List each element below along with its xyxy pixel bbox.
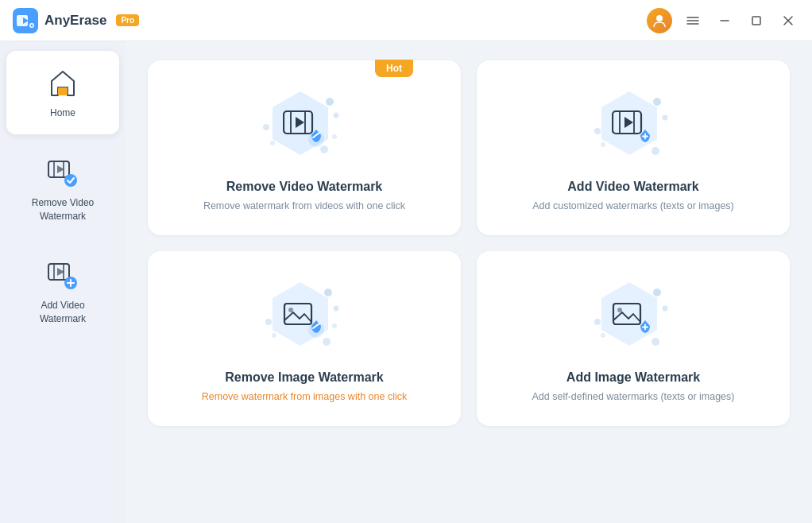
- card-icon-remove-image: [257, 278, 352, 358]
- maximize-button[interactable]: [745, 10, 768, 32]
- svg-point-28: [263, 124, 269, 130]
- hot-badge: Hot: [375, 60, 413, 77]
- content-area: Hot: [126, 41, 812, 523]
- titlebar: AnyErase Pro: [0, 0, 812, 41]
- remove-image-card-title: Remove Image Watermark: [225, 370, 384, 385]
- svg-point-62: [653, 289, 661, 296]
- svg-point-40: [663, 115, 668, 121]
- svg-point-68: [617, 308, 622, 312]
- sidebar-item-remove-video[interactable]: Remove VideoWatermark: [6, 141, 119, 238]
- titlebar-controls: [647, 8, 799, 33]
- sidebar-item-home[interactable]: Home: [6, 51, 119, 134]
- sidebar-item-add-video[interactable]: Add VideoWatermark: [6, 243, 119, 340]
- svg-point-58: [288, 308, 293, 312]
- main-layout: Home Remove VideoWatermark: [0, 41, 812, 523]
- svg-point-26: [326, 98, 334, 106]
- add-video-watermark-card[interactable]: Add Video Watermark Add customized water…: [477, 60, 790, 235]
- svg-point-66: [652, 338, 659, 346]
- card-icon-remove-video: [257, 87, 352, 167]
- svg-point-55: [323, 338, 331, 346]
- app-logo: AnyErase Pro: [13, 8, 139, 33]
- remove-video-card-title: Remove Video Watermark: [226, 180, 383, 194]
- svg-point-65: [601, 333, 605, 338]
- minimize-button[interactable]: [713, 10, 736, 32]
- remove-video-watermark-icon: [45, 155, 80, 190]
- remove-image-card-desc: Remove watermark from images with one cl…: [202, 391, 407, 402]
- card-icon-add-video: [586, 87, 681, 167]
- svg-point-41: [594, 128, 601, 134]
- add-image-watermark-card[interactable]: Add Image Watermark Add self-defined wat…: [477, 251, 790, 426]
- svg-marker-47: [624, 117, 633, 128]
- svg-point-53: [265, 319, 272, 325]
- svg-point-51: [324, 289, 332, 296]
- app-name-label: AnyErase: [44, 13, 106, 29]
- svg-point-56: [332, 323, 337, 328]
- svg-point-42: [601, 142, 605, 147]
- svg-point-5: [31, 24, 33, 26]
- svg-marker-35: [296, 117, 304, 128]
- svg-point-29: [270, 141, 275, 145]
- svg-rect-14: [58, 87, 68, 95]
- svg-point-31: [332, 134, 337, 139]
- home-icon: [45, 65, 80, 100]
- sidebar-add-video-label: Add VideoWatermark: [40, 299, 86, 326]
- add-video-card-desc: Add customized watermarks (texts or imag…: [532, 200, 734, 211]
- close-button[interactable]: [777, 10, 799, 32]
- user-avatar[interactable]: [647, 8, 672, 33]
- svg-point-6: [656, 15, 663, 21]
- svg-point-52: [334, 306, 339, 312]
- remove-video-watermark-card[interactable]: Hot: [148, 60, 461, 235]
- svg-rect-67: [613, 304, 640, 324]
- cards-grid: Hot: [148, 60, 790, 426]
- svg-point-54: [272, 333, 276, 338]
- svg-point-27: [334, 113, 339, 118]
- card-icon-add-image: [586, 278, 681, 358]
- sidebar-remove-video-label: Remove VideoWatermark: [32, 196, 95, 223]
- app-logo-icon: [13, 8, 38, 33]
- svg-rect-11: [752, 17, 760, 25]
- sidebar: Home Remove VideoWatermark: [0, 41, 126, 523]
- svg-point-19: [64, 174, 77, 187]
- add-image-card-desc: Add self-defined watermarks (texts or im…: [532, 391, 735, 402]
- remove-image-watermark-card[interactable]: Remove Image Watermark Remove watermark …: [148, 251, 461, 426]
- menu-button[interactable]: [682, 10, 704, 32]
- svg-point-64: [594, 319, 601, 325]
- svg-rect-57: [284, 304, 311, 324]
- add-video-watermark-icon: [45, 258, 80, 292]
- pro-badge: Pro: [116, 14, 139, 26]
- svg-point-63: [663, 306, 668, 312]
- svg-point-43: [652, 147, 659, 155]
- svg-point-39: [653, 98, 661, 106]
- sidebar-home-label: Home: [50, 107, 75, 120]
- add-image-card-title: Add Image Watermark: [566, 370, 700, 385]
- add-video-card-title: Add Video Watermark: [567, 180, 698, 194]
- remove-video-card-desc: Remove watermark from videos with one cl…: [203, 200, 405, 211]
